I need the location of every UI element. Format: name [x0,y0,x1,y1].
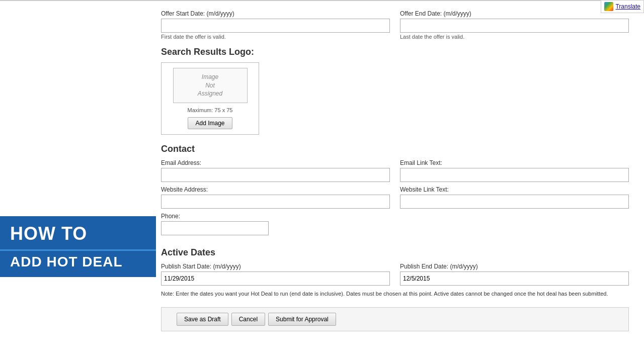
save-draft-button[interactable]: Save as Draft [177,313,228,326]
email-address-input[interactable] [161,168,390,182]
overlay-line1: HOW TO [0,216,156,249]
submit-approval-button[interactable]: Submit for Approval [268,313,336,326]
logo-max-size: Maximum: 75 x 75 [167,107,254,113]
website-link-text-label: Website Link Text: [400,186,629,193]
email-link-text-input[interactable] [400,168,629,182]
website-address-input[interactable] [161,195,390,209]
top-divider [0,0,644,1]
contact-phone-row: Phone: [161,213,629,235]
image-placeholder-text: Image Not Assigned [198,73,222,98]
publish-end-label: Publish End Date: (m/d/yyyy) [400,263,629,270]
publish-start-input[interactable] [161,272,390,286]
add-image-button[interactable]: Add Image [188,117,232,129]
publish-start-label: Publish Start Date: (m/d/yyyy) [161,263,390,270]
translate-bar: Translate [601,0,644,13]
active-dates-title: Active Dates [161,247,629,258]
offer-end-group: Offer End Date: (m/d/yyyy) Last date the… [400,10,629,40]
email-link-text-group: Email Link Text: [400,159,629,182]
email-link-text-label: Email Link Text: [400,159,629,166]
overlay-line2: ADD HOT DEAL [0,249,156,277]
contact-email-row: Email Address: Email Link Text: [161,159,629,182]
translate-link[interactable]: Translate [615,3,640,10]
publish-end-input[interactable] [400,272,629,286]
offer-start-group: Offer Start Date: (m/d/yyyy) First date … [161,10,390,40]
offer-end-input[interactable] [400,19,629,33]
offer-start-label: Offer Start Date: (m/d/yyyy) [161,10,390,17]
phone-group: Phone: [161,213,385,235]
website-address-group: Website Address: [161,186,390,209]
phone-label: Phone: [161,213,385,220]
active-dates-row: Publish Start Date: (m/d/yyyy) Publish E… [161,263,629,286]
contact-website-row: Website Address: Website Link Text: [161,186,629,209]
contact-title: Contact [161,144,629,154]
offer-end-label: Offer End Date: (m/d/yyyy) [400,10,629,17]
publish-end-group: Publish End Date: (m/d/yyyy) [400,263,629,286]
email-address-group: Email Address: [161,159,390,182]
website-address-label: Website Address: [161,186,390,193]
email-address-label: Email Address: [161,159,390,166]
phone-input[interactable] [161,221,269,235]
logo-box: Image Not Assigned Maximum: 75 x 75 Add … [161,62,259,135]
image-placeholder: Image Not Assigned [173,68,248,103]
offer-start-input[interactable] [161,19,390,33]
offer-end-hint: Last date the offer is valid. [400,34,629,40]
overlay-banner: HOW TO ADD HOT DEAL [0,216,156,277]
translate-icon [604,2,613,11]
publish-start-group: Publish Start Date: (m/d/yyyy) [161,263,390,286]
logo-section: Search Results Logo: Image Not Assigned … [0,42,644,140]
cancel-button[interactable]: Cancel [231,313,265,326]
active-dates-note: Note: Enter the dates you want your Hot … [161,290,629,298]
logo-section-title: Search Results Logo: [161,47,629,57]
offer-dates-section: Offer Start Date: (m/d/yyyy) First date … [0,2,644,42]
offer-start-hint: First date the offer is valid. [161,34,390,40]
website-link-text-input[interactable] [400,195,629,209]
website-link-text-group: Website Link Text: [400,186,629,209]
action-bar: Save as Draft Cancel Submit for Approval [161,307,629,331]
